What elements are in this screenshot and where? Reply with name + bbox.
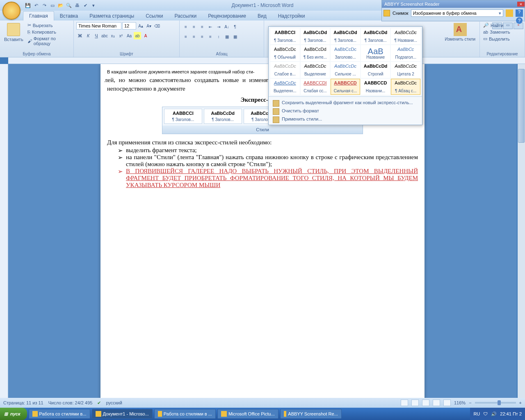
start-button[interactable]: ⊞пуск bbox=[0, 408, 27, 420]
taskbar-item[interactable]: Microsoft Office Pictu... bbox=[217, 409, 278, 419]
align-center-icon[interactable]: ≡ bbox=[190, 33, 198, 40]
redo-icon[interactable]: ↷ bbox=[41, 2, 48, 9]
abbyy-target-combo[interactable]: Изображение в буфер обмена bbox=[411, 9, 503, 17]
indent-dec-icon[interactable]: ⇤ bbox=[207, 23, 214, 30]
find-button[interactable]: 🔎Найти bbox=[482, 22, 504, 28]
office-button[interactable] bbox=[2, 2, 21, 20]
zoom-slider[interactable] bbox=[475, 402, 516, 404]
indent-inc-icon[interactable]: ⇥ bbox=[215, 23, 222, 30]
abbyy-gear-icon[interactable] bbox=[506, 9, 513, 17]
print-layout-view[interactable] bbox=[401, 399, 408, 406]
tab-layout[interactable]: Разметка страницы bbox=[84, 11, 140, 21]
tab-view[interactable]: Вид bbox=[252, 11, 272, 21]
save-as-quick-style[interactable]: Сохранить выделенный фрагмент как новый … bbox=[270, 98, 420, 107]
open-icon[interactable]: 📂 bbox=[57, 2, 64, 9]
style-option[interactable]: AaBbCcDcСильное ... bbox=[331, 62, 360, 78]
tray-lang[interactable]: RU bbox=[473, 411, 480, 416]
pilcrow-icon[interactable]: ¶ bbox=[231, 23, 239, 30]
preview-icon[interactable]: 🔍 bbox=[66, 2, 72, 9]
bullets-icon[interactable]: ≡ bbox=[182, 23, 189, 30]
draft-view[interactable] bbox=[443, 399, 451, 406]
style-option[interactable]: AaBbCcDcЗаголово... bbox=[331, 45, 360, 61]
style-option[interactable]: AaBbCcDcЦитата 2 bbox=[391, 62, 420, 78]
shading-icon[interactable]: ▦ bbox=[223, 33, 231, 40]
replace-button[interactable]: abЗаменить bbox=[482, 29, 511, 35]
vertical-ruler[interactable] bbox=[0, 64, 8, 398]
undo-icon[interactable]: ↶ bbox=[33, 2, 39, 9]
taskbar-item[interactable]: ABBYY Screenshot Re... bbox=[280, 409, 342, 419]
copy-button[interactable]: ⎘Копировать bbox=[27, 29, 71, 35]
tab-insert[interactable]: Вставка bbox=[54, 11, 84, 21]
save-icon[interactable]: 💾 bbox=[25, 2, 31, 9]
style-option[interactable]: АаВНазвание bbox=[361, 45, 390, 61]
clear-format-icon[interactable]: ⌫ bbox=[153, 22, 161, 30]
select-button[interactable]: ▭Выделить bbox=[482, 36, 511, 42]
status-words[interactable]: Число слов: 24/2 495 bbox=[48, 400, 93, 405]
embedded-style-option[interactable]: AaBbCcDd¶ Заголов... bbox=[204, 109, 242, 124]
vertical-scrollbar[interactable] bbox=[518, 64, 525, 398]
tab-mailings[interactable]: Рассылки bbox=[169, 11, 202, 21]
style-option[interactable]: AaBbCcDd¶ Без инте... bbox=[301, 45, 330, 61]
italic-icon[interactable]: К bbox=[84, 32, 92, 39]
underline-icon[interactable]: Ч bbox=[93, 32, 100, 39]
superscript-icon[interactable]: x² bbox=[117, 32, 125, 39]
style-option[interactable]: AABBCCI¶ Заголов... bbox=[270, 28, 300, 44]
new-icon[interactable]: ▭ bbox=[49, 2, 56, 9]
style-option[interactable]: AaBbCcDc¶ Обычный bbox=[270, 45, 300, 61]
tray-volume-icon[interactable]: 🔊 bbox=[491, 411, 497, 417]
style-option[interactable]: AaBbCcDd¶ Заголов... bbox=[331, 28, 360, 44]
multilevel-icon[interactable]: ≡ bbox=[199, 23, 206, 30]
full-screen-view[interactable] bbox=[411, 399, 419, 406]
tab-review[interactable]: Рецензирование bbox=[202, 11, 252, 21]
abbyy-help-icon[interactable]: ? bbox=[516, 9, 523, 17]
style-option[interactable]: AABBCCDСильная с... bbox=[331, 79, 360, 95]
paste-button[interactable]: Вставить bbox=[2, 22, 25, 43]
status-page[interactable]: Страница: 11 из 11 bbox=[3, 400, 43, 405]
font-name-combo[interactable]: Times New Roman bbox=[76, 22, 121, 30]
tab-addins[interactable]: Надстройки bbox=[272, 11, 311, 21]
line-spacing-icon[interactable]: ↕ bbox=[215, 33, 222, 40]
horizontal-ruler[interactable] bbox=[8, 57, 525, 64]
style-option[interactable]: AABBCCDНазвани... bbox=[361, 79, 390, 95]
spell-icon[interactable]: ✔ bbox=[82, 2, 89, 9]
cut-button[interactable]: ✂Вырезать bbox=[27, 22, 71, 28]
style-option[interactable]: AaBbCcDc¶ Названи... bbox=[391, 28, 420, 44]
zoom-in-icon[interactable]: + bbox=[519, 400, 522, 405]
embedded-style-option[interactable]: AABBCCI¶ Заголов... bbox=[164, 109, 202, 124]
style-option[interactable]: AaBbCcПодзагол... bbox=[391, 45, 420, 61]
style-option[interactable]: AABBCCDIСлабая сс... bbox=[301, 79, 330, 95]
borders-icon[interactable]: ▦ bbox=[231, 33, 239, 40]
change-styles-button[interactable]: AИзменить стили bbox=[443, 22, 477, 42]
font-color-icon[interactable]: A bbox=[142, 32, 149, 39]
strike-icon[interactable]: abc bbox=[101, 32, 108, 39]
tab-home[interactable]: Главная bbox=[23, 11, 54, 21]
shrink-font-icon[interactable]: A▾ bbox=[145, 22, 153, 30]
tray-clock[interactable]: 22:41 Пт 2 bbox=[500, 411, 522, 416]
align-left-icon[interactable]: ≡ bbox=[182, 33, 189, 40]
style-option[interactable]: AaBbCcDcВыделение bbox=[301, 62, 330, 78]
zoom-level[interactable]: 116% bbox=[454, 400, 466, 405]
font-size-combo[interactable]: 12 bbox=[122, 22, 136, 30]
tab-references[interactable]: Ссылки bbox=[140, 11, 169, 21]
numbering-icon[interactable]: ≡ bbox=[190, 23, 198, 30]
bold-icon[interactable]: Ж bbox=[76, 32, 84, 39]
style-option[interactable]: AaBbCcDcСлабое в... bbox=[270, 62, 300, 78]
zoom-out-icon[interactable]: − bbox=[469, 400, 471, 405]
outline-view[interactable] bbox=[433, 399, 440, 406]
format-painter-button[interactable]: 🖌Формат по образцу bbox=[27, 36, 71, 46]
align-right-icon[interactable]: ≡ bbox=[199, 33, 206, 40]
style-option[interactable]: AaBbCcDdСтрогий bbox=[361, 62, 390, 78]
subscript-icon[interactable]: x₂ bbox=[109, 32, 116, 39]
taskbar-item[interactable]: Документ1 - Microso... bbox=[92, 409, 153, 419]
print-icon[interactable]: 🖶 bbox=[74, 2, 80, 9]
abbyy-close-icon[interactable]: × bbox=[517, 2, 525, 7]
qat-more-icon[interactable]: ▾ bbox=[90, 2, 97, 9]
highlight-icon[interactable]: ab bbox=[134, 32, 141, 39]
status-language[interactable]: русский bbox=[106, 400, 122, 405]
taskbar-item[interactable]: Работа со стилями в ... bbox=[154, 409, 216, 419]
grow-font-icon[interactable]: A▴ bbox=[137, 22, 144, 30]
taskbar-item[interactable]: Работа со стилями в... bbox=[29, 409, 90, 419]
style-option[interactable]: AaBbCcDd¶ Заголов... bbox=[361, 28, 390, 44]
spell-check-icon[interactable]: ✔ bbox=[97, 400, 101, 406]
case-icon[interactable]: Aa bbox=[126, 32, 133, 39]
